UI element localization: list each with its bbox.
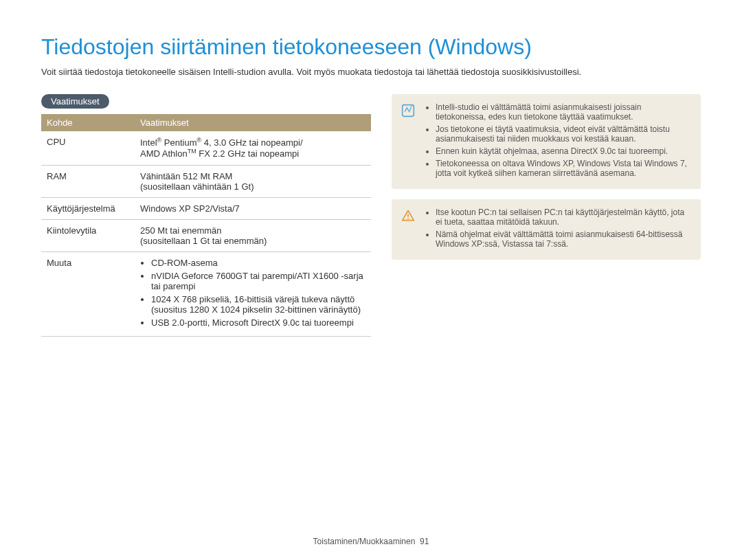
info-note-box: Intelli-studio ei välttämättä toimi asia… <box>392 94 701 189</box>
table-header-value: Vaatimukset <box>135 114 371 131</box>
warning-icon <box>401 209 415 223</box>
table-row: Kiintolevytila 250 Mt tai enemmän (suosi… <box>41 219 371 251</box>
table-row: RAM Vähintään 512 Mt RAM (suositellaan v… <box>41 165 371 197</box>
ram-value: Vähintään 512 Mt RAM (suositellaan vähin… <box>135 165 371 197</box>
svg-point-2 <box>407 218 409 219</box>
warning-item: Itse kootun PC:n tai sellaisen PC:n tai … <box>436 208 688 227</box>
table-row: Käyttöjärjestelmä Windows XP SP2/Vista/7 <box>41 197 371 219</box>
footer-page-number: 91 <box>420 537 429 546</box>
footer-section: Toistaminen/Muokkaaminen <box>313 537 416 546</box>
requirements-heading: Vaatimukset <box>41 94 109 109</box>
table-header-key: Kohde <box>41 114 135 131</box>
other-value: CD-ROM-asema nVIDIA Geforce 7600GT tai p… <box>135 251 371 336</box>
info-item: Tietokoneessa on oltava Windows XP, Wind… <box>436 159 688 178</box>
ram-key: RAM <box>41 165 135 197</box>
os-value: Windows XP SP2/Vista/7 <box>135 197 371 219</box>
table-row: CPU Intel® Pentium® 4, 3.0 GHz tai nopea… <box>41 131 371 165</box>
note-icon <box>401 104 415 117</box>
page-title: Tiedostojen siirtäminen tietokoneeseen (… <box>41 34 701 60</box>
cpu-value: Intel® Pentium® 4, 3.0 GHz tai nopeampi/… <box>135 131 371 165</box>
info-item: Jos tietokone ei täytä vaatimuksia, vide… <box>436 124 688 144</box>
os-key: Käyttöjärjestelmä <box>41 197 135 219</box>
cpu-key: CPU <box>41 131 135 165</box>
page-footer: Toistaminen/Muokkaaminen 91 <box>0 537 742 546</box>
other-key: Muuta <box>41 251 135 336</box>
intro-text: Voit siirtää tiedostoja tietokoneelle si… <box>41 67 701 77</box>
table-row: Muuta CD-ROM-asema nVIDIA Geforce 7600GT… <box>41 251 371 336</box>
warning-item: Nämä ohjelmat eivät välttämättä toimi as… <box>436 229 688 249</box>
warning-note-box: Itse kootun PC:n tai sellaisen PC:n tai … <box>392 199 701 260</box>
requirements-table: Kohde Vaatimukset CPU Intel® Pentium® 4,… <box>41 114 371 337</box>
hdd-key: Kiintolevytila <box>41 219 135 251</box>
info-item: Intelli-studio ei välttämättä toimi asia… <box>436 102 688 122</box>
hdd-value: 250 Mt tai enemmän (suositellaan 1 Gt ta… <box>135 219 371 251</box>
info-item: Ennen kuin käytät ohjelmaa, asenna Direc… <box>436 146 688 156</box>
